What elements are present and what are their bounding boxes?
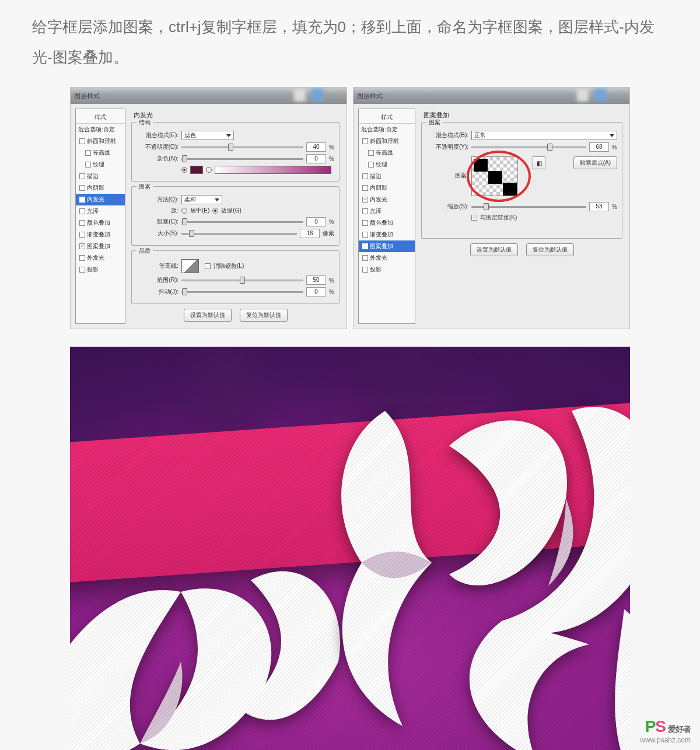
- dialog-title: 图层样式: [357, 92, 383, 100]
- range-value[interactable]: 50: [306, 275, 326, 285]
- watermark-p: P: [645, 717, 656, 735]
- source-edge-radio[interactable]: [212, 208, 218, 214]
- method-dropdown[interactable]: 柔和: [181, 195, 222, 204]
- blend-mode-dropdown[interactable]: 滤色: [181, 131, 234, 140]
- style-texture[interactable]: 纹理: [359, 159, 415, 170]
- range-label: 范围(R):: [136, 276, 178, 284]
- range-slider[interactable]: [181, 280, 303, 281]
- styles-header: 样式: [359, 111, 415, 124]
- opacity-slider[interactable]: [471, 146, 586, 148]
- noise-label: 杂色(N):: [136, 155, 178, 163]
- style-satin[interactable]: 光泽: [76, 205, 125, 217]
- size-label: 大小(S):: [136, 229, 178, 238]
- watermark-url: www.psahz.com: [640, 736, 691, 744]
- jitter-slider[interactable]: [181, 291, 303, 293]
- pattern-overlay-panel: 图案叠加 图案 混合模式(B): 正常 不透明度(Y): 68 % 图案:: [419, 109, 625, 324]
- make-default-button[interactable]: 设置为默认值: [470, 243, 518, 256]
- chevron-down-icon: [226, 134, 231, 137]
- px-unit: 像素: [323, 229, 334, 238]
- opacity-value[interactable]: 40: [306, 142, 326, 152]
- choke-slider[interactable]: [181, 221, 303, 223]
- style-stroke[interactable]: 描边: [359, 170, 415, 182]
- opacity-value[interactable]: 68: [589, 142, 609, 152]
- choke-value[interactable]: 0: [306, 217, 326, 226]
- make-default-button[interactable]: 设置为默认值: [184, 309, 232, 322]
- scale-slider[interactable]: [471, 206, 586, 208]
- reset-default-button[interactable]: 复位为默认值: [240, 309, 288, 322]
- opacity-label: 不透明度(O):: [136, 143, 178, 151]
- watermark: PS爱好者 www.psahz.com: [640, 717, 691, 744]
- layer-style-dialog-pattern-overlay: 图层样式 样式 混合选项:自定 斜面和浮雕 等高线 纹理 描边 内阴影 内发光 …: [353, 87, 630, 329]
- style-outer-glow[interactable]: 外发光: [76, 252, 125, 264]
- blending-options[interactable]: 混合选项:自定: [76, 124, 125, 135]
- style-contour[interactable]: 等高线: [359, 147, 415, 159]
- blending-options[interactable]: 混合选项:自定: [359, 124, 415, 135]
- jitter-value[interactable]: 0: [306, 287, 326, 296]
- gradient-radio[interactable]: [206, 167, 212, 173]
- style-contour[interactable]: 等高线: [76, 147, 125, 159]
- style-gradient-overlay[interactable]: 渐变叠加: [76, 229, 125, 240]
- style-inner-glow[interactable]: 内发光: [76, 194, 125, 205]
- style-drop-shadow[interactable]: 投影: [359, 264, 415, 275]
- layer-style-dialog-inner-glow: 图层样式 样式 混合选项:自定 斜面和浮雕 等高线 纹理 描边 内阴影 内发光 …: [70, 87, 347, 329]
- style-inner-shadow[interactable]: 内阴影: [76, 182, 125, 194]
- blend-mode-label: 混合模式(E):: [136, 131, 178, 139]
- style-bevel[interactable]: 斜面和浮雕: [359, 135, 415, 147]
- opacity-slider[interactable]: [181, 146, 303, 148]
- style-outer-glow[interactable]: 外发光: [359, 252, 415, 264]
- style-pattern-overlay[interactable]: 图案叠加: [76, 240, 125, 252]
- panel-title: 图案叠加: [421, 111, 622, 120]
- dialog-titlebar[interactable]: 图层样式: [354, 88, 629, 104]
- group-elements: 图素: [136, 183, 153, 191]
- blend-mode-label: 混合模式(B):: [426, 131, 468, 139]
- new-preset-icon[interactable]: ◧: [533, 156, 545, 169]
- contour-swatch[interactable]: [181, 259, 199, 273]
- styles-list: 样式 混合选项:自定 斜面和浮雕 等高线 纹理 描边 内阴影 内发光 光泽 颜色…: [75, 109, 125, 324]
- noise-value[interactable]: 0: [306, 154, 326, 163]
- panel-title: 内发光: [131, 111, 340, 120]
- style-gradient-overlay[interactable]: 渐变叠加: [359, 229, 415, 240]
- styles-header: 样式: [76, 111, 125, 124]
- style-inner-glow[interactable]: 内发光: [359, 194, 415, 205]
- size-value[interactable]: 16: [300, 229, 320, 238]
- reset-default-button[interactable]: 复位为默认值: [526, 243, 574, 256]
- intro-text: 给字框层添加图案，ctrl+j复制字框层，填充为0；移到上面，命名为字框图案，图…: [0, 0, 700, 72]
- contour-label: 等高线:: [136, 262, 178, 270]
- style-color-overlay[interactable]: 颜色叠加: [359, 217, 415, 229]
- link-layer-checkbox[interactable]: [471, 215, 477, 221]
- size-slider[interactable]: [181, 233, 297, 235]
- dialog-title: 图层样式: [74, 92, 100, 100]
- choke-label: 阻塞(C):: [136, 218, 178, 226]
- method-label: 方法(Q):: [136, 196, 178, 204]
- percent-unit: %: [329, 144, 334, 151]
- pattern-thumbnail[interactable]: [471, 156, 518, 196]
- color-swatch[interactable]: [190, 166, 203, 174]
- chevron-down-icon: [215, 198, 219, 201]
- chevron-down-icon: [610, 134, 614, 137]
- style-texture[interactable]: 纹理: [76, 159, 125, 170]
- jitter-label: 抖动(J):: [136, 288, 178, 296]
- color-radio[interactable]: [181, 167, 187, 173]
- opacity-label: 不透明度(Y):: [426, 143, 468, 151]
- watermark-s: S: [655, 717, 666, 735]
- noise-slider[interactable]: [181, 158, 303, 160]
- source-label: 源:: [136, 207, 178, 215]
- pattern-label: 图案:: [426, 156, 468, 180]
- style-pattern-overlay[interactable]: 图案叠加: [359, 240, 415, 252]
- dialog-row: 图层样式 样式 混合选项:自定 斜面和浮雕 等高线 纹理 描边 内阴影 内发光 …: [0, 72, 700, 329]
- dialog-titlebar[interactable]: 图层样式: [71, 88, 346, 104]
- blend-mode-dropdown[interactable]: 正常: [471, 131, 617, 140]
- styles-list: 样式 混合选项:自定 斜面和浮雕 等高线 纹理 描边 内阴影 内发光 光泽 颜色…: [358, 109, 415, 324]
- gradient-preview[interactable]: [215, 166, 331, 174]
- style-inner-shadow[interactable]: 内阴影: [359, 182, 415, 194]
- antialias-checkbox[interactable]: [205, 263, 211, 269]
- snap-origin-button[interactable]: 贴紧原点(A): [573, 156, 617, 169]
- scale-value[interactable]: 53: [589, 202, 609, 211]
- style-stroke[interactable]: 描边: [76, 170, 125, 182]
- source-center-radio[interactable]: [181, 208, 187, 214]
- style-color-overlay[interactable]: 颜色叠加: [76, 217, 125, 229]
- style-drop-shadow[interactable]: 投影: [76, 264, 125, 275]
- link-layer-label: 与图层链接(K): [480, 214, 517, 222]
- style-satin[interactable]: 光泽: [359, 205, 415, 217]
- style-bevel[interactable]: 斜面和浮雕: [76, 135, 125, 147]
